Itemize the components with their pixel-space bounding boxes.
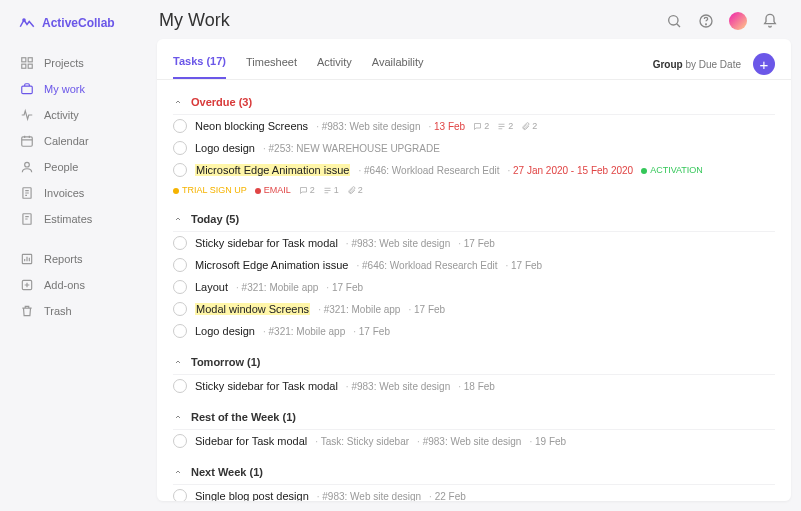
nav-label: My work bbox=[44, 83, 85, 95]
task-row[interactable]: Single blog post design#983: Web site de… bbox=[173, 485, 775, 501]
addon-icon bbox=[20, 278, 34, 292]
task-row[interactable]: Modal window Screens#321: Mobile app17 F… bbox=[173, 298, 775, 320]
tab-activity[interactable]: Activity bbox=[317, 50, 352, 78]
group-header[interactable]: Next Week (1) bbox=[173, 462, 775, 485]
comment-icon: 2 bbox=[473, 121, 489, 131]
task-checkbox[interactable] bbox=[173, 434, 187, 448]
attach-icon: 2 bbox=[521, 121, 537, 131]
nav-item-my-work[interactable]: My work bbox=[0, 76, 143, 102]
tab-tasks[interactable]: Tasks (17) bbox=[173, 49, 226, 79]
nav-item-calendar[interactable]: Calendar bbox=[0, 128, 143, 154]
task-group: Next Week (1)Single blog post design#983… bbox=[173, 462, 775, 501]
chevron-up-icon bbox=[173, 412, 183, 422]
group-header[interactable]: Today (5) bbox=[173, 209, 775, 232]
tab-availability[interactable]: Availability bbox=[372, 50, 424, 78]
group-header[interactable]: Overdue (3) bbox=[173, 92, 775, 115]
group-header[interactable]: Rest of the Week (1) bbox=[173, 407, 775, 430]
chevron-up-icon bbox=[173, 467, 183, 477]
attach-icon: 2 bbox=[347, 185, 363, 195]
estimate-icon bbox=[20, 212, 34, 226]
task-meta: #983: Web site design bbox=[417, 436, 521, 447]
task-row[interactable]: Logo design#321: Mobile app17 Feb bbox=[173, 320, 775, 342]
nav-item-trash[interactable]: Trash bbox=[0, 298, 143, 324]
grid-icon bbox=[20, 56, 34, 70]
task-meta: #321: Mobile app bbox=[236, 282, 318, 293]
task-title: Single blog post design bbox=[195, 490, 309, 501]
invoice-icon bbox=[20, 186, 34, 200]
task-checkbox[interactable] bbox=[173, 236, 187, 250]
tab-timesheet[interactable]: Timesheet bbox=[246, 50, 297, 78]
subtask-icon: 2 bbox=[497, 121, 513, 131]
nav-label: Invoices bbox=[44, 187, 84, 199]
task-label: TRIAL SIGN UP bbox=[173, 185, 247, 195]
avatar[interactable] bbox=[729, 12, 747, 30]
nav-label: Trash bbox=[44, 305, 72, 317]
nav-label: Estimates bbox=[44, 213, 92, 225]
task-group: Tomorrow (1)Sticky sidebar for Task moda… bbox=[173, 352, 775, 397]
task-checkbox[interactable] bbox=[173, 141, 187, 155]
group-by[interactable]: Group by Due Date bbox=[653, 59, 741, 70]
nav-item-add-ons[interactable]: Add-ons bbox=[0, 272, 143, 298]
nav-item-people[interactable]: People bbox=[0, 154, 143, 180]
svg-point-12 bbox=[669, 15, 678, 24]
task-group: Overdue (3)Neon blocking Screens#983: We… bbox=[173, 92, 775, 199]
search-icon[interactable] bbox=[665, 12, 683, 30]
brand[interactable]: ActiveCollab bbox=[0, 14, 143, 50]
subtask-icon: 1 bbox=[323, 185, 339, 195]
task-title: Logo design bbox=[195, 142, 255, 154]
group-header[interactable]: Tomorrow (1) bbox=[173, 352, 775, 375]
bell-icon[interactable] bbox=[761, 12, 779, 30]
task-checkbox[interactable] bbox=[173, 119, 187, 133]
chevron-up-icon bbox=[173, 214, 183, 224]
task-meta: 18 Feb bbox=[458, 381, 495, 392]
task-row[interactable]: Neon blocking Screens#983: Web site desi… bbox=[173, 115, 775, 137]
chevron-up-icon bbox=[173, 357, 183, 367]
task-row[interactable]: Sidebar for Task modalTask: Sticky sideb… bbox=[173, 430, 775, 452]
task-row[interactable]: Layout#321: Mobile app17 Feb bbox=[173, 276, 775, 298]
nav-lower: ReportsAdd-onsTrash bbox=[0, 246, 143, 324]
page-title: My Work bbox=[159, 10, 230, 31]
task-title: Microsoft Edge Animation issue bbox=[195, 164, 350, 176]
task-group: Rest of the Week (1)Sidebar for Task mod… bbox=[173, 407, 775, 452]
task-title: Sidebar for Task modal bbox=[195, 435, 307, 447]
task-meta: #983: Web site design bbox=[317, 491, 421, 502]
svg-rect-1 bbox=[22, 58, 26, 62]
task-meta: #983: Web site design bbox=[316, 121, 420, 132]
task-checkbox[interactable] bbox=[173, 302, 187, 316]
task-checkbox[interactable] bbox=[173, 379, 187, 393]
brand-name: ActiveCollab bbox=[42, 16, 115, 30]
main: My Work Tasks (17)TimesheetActivityAvail… bbox=[143, 0, 801, 511]
task-row[interactable]: Microsoft Edge Animation issue#646: Work… bbox=[173, 254, 775, 276]
help-icon[interactable] bbox=[697, 12, 715, 30]
group-title: Next Week (1) bbox=[191, 466, 263, 478]
task-row[interactable]: Sticky sidebar for Task modal#983: Web s… bbox=[173, 232, 775, 254]
header: My Work bbox=[143, 0, 801, 39]
task-label: EMAIL bbox=[255, 185, 291, 195]
svg-rect-5 bbox=[22, 86, 33, 94]
nav-label: Projects bbox=[44, 57, 84, 69]
task-checkbox[interactable] bbox=[173, 280, 187, 294]
add-button[interactable]: + bbox=[753, 53, 775, 75]
task-due: 27 Jan 2020 - 15 Feb 2020 bbox=[507, 165, 633, 176]
task-title: Modal window Screens bbox=[195, 303, 310, 315]
task-row[interactable]: Microsoft Edge Animation issue#646: Work… bbox=[173, 159, 775, 199]
nav-item-activity[interactable]: Activity bbox=[0, 102, 143, 128]
nav-label: Add-ons bbox=[44, 279, 85, 291]
task-row[interactable]: Logo design#253: NEW WAREHOUSE UPGRADE bbox=[173, 137, 775, 159]
task-meta: 19 Feb bbox=[529, 436, 566, 447]
task-row[interactable]: Sticky sidebar for Task modal#983: Web s… bbox=[173, 375, 775, 397]
task-meta: #321: Mobile app bbox=[318, 304, 400, 315]
task-groups: Overdue (3)Neon blocking Screens#983: We… bbox=[157, 80, 791, 501]
nav-label: Reports bbox=[44, 253, 83, 265]
nav-item-projects[interactable]: Projects bbox=[0, 50, 143, 76]
nav-item-estimates[interactable]: Estimates bbox=[0, 206, 143, 232]
nav-item-reports[interactable]: Reports bbox=[0, 246, 143, 272]
nav-item-invoices[interactable]: Invoices bbox=[0, 180, 143, 206]
task-checkbox[interactable] bbox=[173, 324, 187, 338]
task-checkbox[interactable] bbox=[173, 258, 187, 272]
task-title: Sticky sidebar for Task modal bbox=[195, 237, 338, 249]
task-checkbox[interactable] bbox=[173, 489, 187, 501]
tabs: Tasks (17)TimesheetActivityAvailability … bbox=[157, 39, 791, 80]
task-title: Layout bbox=[195, 281, 228, 293]
task-checkbox[interactable] bbox=[173, 163, 187, 177]
